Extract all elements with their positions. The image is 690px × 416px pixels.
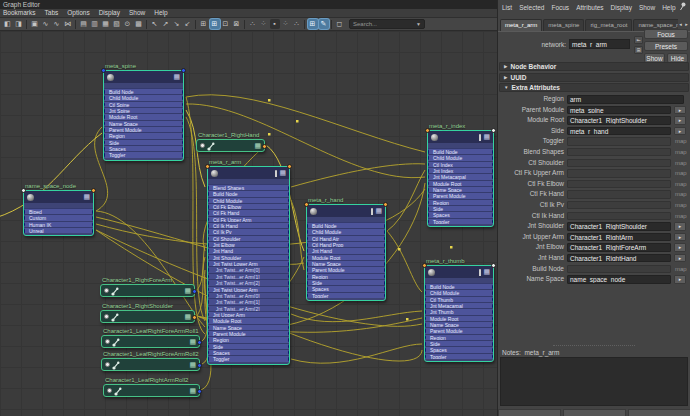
input-port-dot[interactable] — [107, 388, 112, 393]
node-meta_r_index[interactable]: meta_r_index▦Build NodeChild ModuleCtl I… — [427, 130, 494, 227]
attr-field[interactable]: meta_r_hand — [567, 127, 671, 136]
pin-icon[interactable] — [679, 2, 687, 11]
grid-icon[interactable]: ▦ — [279, 169, 286, 177]
all-connections-icon[interactable]: ⋈ — [63, 19, 73, 29]
frame-all-icon[interactable]: ◻ — [335, 19, 345, 29]
node-header[interactable]: ▦ — [428, 131, 493, 143]
corner-port-dot[interactable] — [383, 202, 388, 207]
output-port-dot[interactable] — [197, 340, 202, 345]
node-Character1_RightHand[interactable]: Character1_RightHand▦ — [196, 139, 265, 152]
ae-menu-list[interactable]: List — [502, 4, 512, 11]
node-Character1_RightShoulder[interactable]: Character1_RightShoulder▦ — [100, 310, 195, 323]
corner-port-dot[interactable] — [491, 128, 496, 133]
menu-show[interactable]: Show — [129, 9, 145, 17]
presets-button[interactable]: Presets — [644, 41, 688, 51]
grid-icon[interactable]: ▦ — [173, 73, 180, 81]
node-Character1_LeafRightForeArmRoll1[interactable]: Character1_LeafRightForeArmRoll1▦ — [101, 335, 200, 348]
ae-menu-display[interactable]: Display — [611, 4, 632, 11]
grid-icon[interactable]: ▦ — [254, 142, 261, 150]
tab-scroll-left-icon[interactable]: ◂ — [678, 21, 683, 27]
corner-port-dot[interactable] — [91, 188, 96, 193]
attr-field[interactable] — [567, 201, 671, 210]
attr-field[interactable]: arm — [567, 95, 684, 104]
grid-icon[interactable]: ▦ — [483, 133, 490, 141]
tab-rig_meta_root[interactable]: rig_meta_root — [585, 19, 632, 31]
add-nodes-icon[interactable]: ⊞ — [199, 19, 209, 29]
attr-ref-button[interactable]: ▸ — [674, 243, 686, 252]
section-uuid[interactable]: ▶UUID — [499, 73, 689, 82]
footer-button-1[interactable] — [498, 409, 561, 416]
node-attr-row[interactable]: Toggler — [307, 292, 385, 298]
attr-ref-button[interactable]: ▸ — [674, 106, 686, 115]
input-port-dot[interactable] — [105, 339, 110, 344]
ae-menu-selected[interactable]: Selected — [519, 4, 544, 11]
attr-field[interactable] — [567, 190, 671, 199]
attr-ref-button[interactable]: ▸ — [674, 127, 686, 136]
attr-field[interactable]: Character1_RightForeArm — [567, 243, 671, 252]
pin-display-2-icon[interactable]: ⁘ — [259, 19, 269, 29]
node-attr-row[interactable]: Unreal — [24, 227, 93, 233]
graph-layout-icon[interactable]: ⊞ — [210, 19, 220, 29]
grid-icon[interactable]: ▦ — [375, 207, 382, 215]
menu-bookmarks[interactable]: Bookmarks — [3, 9, 36, 17]
show-output-panel-icon[interactable]: ◨ — [14, 19, 24, 29]
node-header[interactable]: ▦ — [208, 167, 289, 179]
attr-field[interactable] — [567, 169, 671, 178]
footer-button-3[interactable] — [628, 409, 690, 416]
full-view-icon[interactable]: ▦ — [101, 19, 111, 29]
copy-tab-icon[interactable]: ⊞ — [634, 46, 643, 54]
move-tool-icon[interactable]: ↘ — [172, 19, 182, 29]
lock-selection-icon[interactable]: ⊠ — [232, 19, 242, 29]
attr-field[interactable] — [567, 137, 671, 146]
grid-icon[interactable]: ▦ — [184, 313, 191, 321]
layout-icon[interactable]: ▩ — [134, 19, 144, 29]
tab-meta_r_arm[interactable]: meta_r_arm — [500, 19, 542, 31]
pin-display-1-icon[interactable]: ∴ — [248, 19, 258, 29]
node-name_space_node[interactable]: name_space_node▦BipedCustomHuman IKUnrea… — [23, 190, 94, 236]
corner-port-dot[interactable] — [181, 68, 186, 73]
pan-tool-icon[interactable]: ↙ — [183, 19, 193, 29]
pin-icon[interactable] — [479, 269, 481, 276]
attr-field[interactable] — [567, 148, 671, 157]
node-Character1_LeafRightForeArmRoll2[interactable]: Character1_LeafRightForeArmRoll2▦ — [101, 358, 200, 371]
node-meta_r_hand[interactable]: meta_r_hand▦Build NodeChild ModuleCtl Ha… — [306, 204, 386, 301]
connected-view-icon[interactable]: ▥ — [90, 19, 100, 29]
output-port-dot[interactable] — [197, 389, 202, 394]
attr-field[interactable]: name_space_node — [567, 275, 671, 284]
pin-display-5-icon[interactable]: ∴ — [292, 19, 302, 29]
pin-icon[interactable] — [479, 134, 481, 141]
resize-gutter[interactable] — [553, 345, 635, 346]
node-attr-row[interactable]: Toggler — [425, 353, 493, 359]
menu-tabs[interactable]: Tabs — [45, 9, 59, 17]
attr-field[interactable] — [567, 265, 671, 274]
output-port-dot[interactable] — [192, 315, 197, 320]
attr-field[interactable] — [567, 212, 671, 221]
attr-field[interactable]: meta_spine — [567, 106, 671, 115]
tab-meta_spine[interactable]: meta_spine — [543, 19, 584, 31]
node-Character1_RightForeArm[interactable]: Character1_RightForeArm▦ — [100, 284, 195, 297]
pin-display-4-icon[interactable]: ⁘ — [281, 19, 291, 29]
select-node-icon[interactable]: ⇤ — [634, 36, 643, 44]
grid-toggle-icon[interactable]: ⊞ — [308, 19, 318, 29]
attr-ref-button[interactable]: ▸ — [674, 254, 686, 263]
attr-ref-button[interactable]: ▸ — [674, 233, 686, 242]
corner-port-dot[interactable] — [287, 164, 292, 169]
zoom-icon[interactable]: ⊙ — [123, 19, 133, 29]
corner-port-dot[interactable] — [304, 202, 309, 207]
select-tool-icon[interactable]: ↖ — [150, 19, 160, 29]
corner-port-dot[interactable] — [205, 164, 210, 169]
ae-menu-show[interactable]: Show — [639, 4, 655, 11]
attr-field[interactable] — [567, 180, 671, 189]
graph-selection-icon[interactable]: ▣ — [30, 19, 40, 29]
pin-icon[interactable] — [371, 208, 373, 215]
node-header[interactable]: ▦ — [425, 266, 493, 278]
pin-icon[interactable] — [275, 170, 277, 177]
ae-menu-help[interactable]: Help — [662, 4, 675, 11]
node-header[interactable]: ▦ — [307, 205, 385, 217]
input-port-dot[interactable] — [104, 288, 109, 293]
input-port-dot[interactable] — [200, 143, 205, 148]
footer-button-2[interactable] — [563, 409, 626, 416]
attr-field[interactable] — [567, 159, 671, 168]
notes-textarea[interactable] — [500, 357, 688, 406]
remove-nodes-icon[interactable]: ⊡ — [221, 19, 231, 29]
